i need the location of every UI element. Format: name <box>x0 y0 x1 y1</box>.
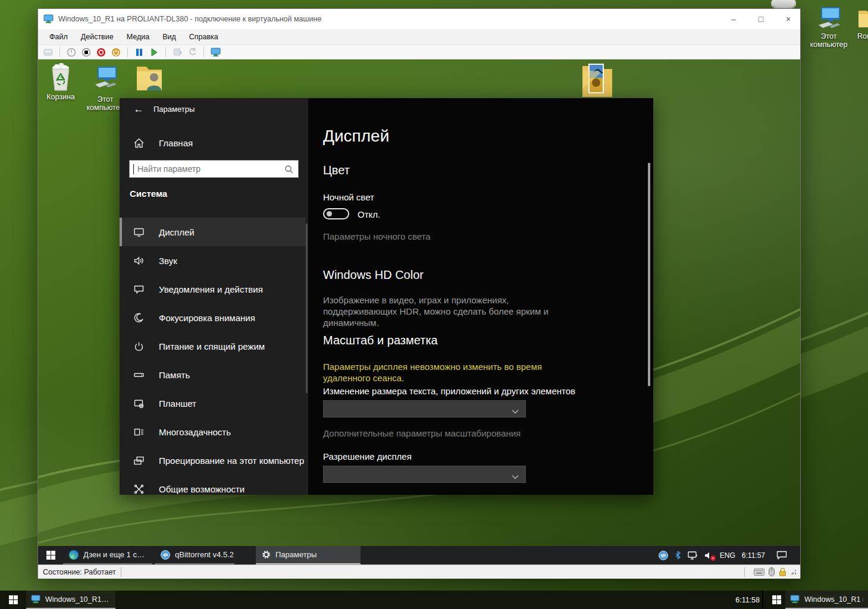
night-light-settings-link[interactable]: Параметры ночного света <box>323 231 431 241</box>
sidebar-item-label: Питание и спящий режим <box>159 341 265 351</box>
keyboard-capture-icon[interactable] <box>754 569 764 576</box>
vm-window-title: Windows_10_R1 на PROLIANT-DL380 - подклю… <box>58 15 321 23</box>
taskbar-button-label: Windows_10_R1 на P. <box>804 595 863 604</box>
sidebar-item-display[interactable]: Дисплей <box>120 218 306 246</box>
volume-muted-icon[interactable]: × <box>704 551 713 560</box>
recycle-bin-icon <box>47 63 74 93</box>
sidebar-item-projecting[interactable]: Проецирование на этот компьютер <box>120 446 306 475</box>
qbittorrent-tray-icon[interactable]: qb <box>659 551 668 560</box>
host-clock[interactable]: 6:11:58 <box>726 591 760 609</box>
sidebar-item-home[interactable]: Главная <box>120 133 308 153</box>
search-input[interactable] <box>134 164 284 174</box>
shut-down-vm-button[interactable] <box>111 47 121 58</box>
toolbar-separator <box>127 47 128 57</box>
windows-logo-icon <box>772 595 781 604</box>
taskbar-button-settings[interactable]: Параметры <box>256 546 361 564</box>
enhanced-session-button[interactable] <box>210 47 221 58</box>
language-indicator[interactable]: ENG <box>720 551 735 560</box>
network-icon[interactable] <box>688 551 698 560</box>
close-icon[interactable]: × <box>782 14 794 24</box>
menu-media[interactable]: Медиа <box>120 29 156 45</box>
resume-vm-button[interactable] <box>149 47 159 58</box>
desktop-icon-label: Ron <box>857 32 868 40</box>
sidebar-item-shared-experiences[interactable]: Общие возможности <box>120 475 306 495</box>
multitasking-icon <box>133 426 145 438</box>
desktop-icon-label: Корзина <box>45 93 76 101</box>
host-taskbar-button-vm-2[interactable]: Windows_10_R1 на P. <box>785 591 868 609</box>
vm-connect-icon <box>790 595 800 604</box>
windows-logo-icon <box>46 551 55 560</box>
night-light-state: Откл. <box>358 209 380 219</box>
page-title: Дисплей <box>323 127 389 146</box>
taskbar-button-label: Параметры <box>275 550 317 559</box>
windows-logo-icon <box>9 595 18 604</box>
menu-file[interactable]: Файл <box>43 29 74 45</box>
this-pc-icon <box>92 64 119 92</box>
taskbar-button-edge[interactable]: Дзен и еще 1 страни... <box>63 546 152 564</box>
vm-statusbar: Состояние: Работает <box>38 564 800 579</box>
sidebar-scrollbar[interactable] <box>306 224 308 393</box>
guest-desktop-icon-recycle-bin[interactable]: Корзина <box>45 63 76 101</box>
mouse-capture-icon[interactable] <box>769 567 775 576</box>
mute-badge: × <box>710 555 716 561</box>
vm-status-text: Состояние: Работает <box>43 568 116 576</box>
scale-dropdown[interactable] <box>323 400 526 417</box>
maximize-icon[interactable]: □ <box>755 14 767 24</box>
desktop-icon-label: Этот компьютер <box>802 32 856 49</box>
stop-vm-button[interactable] <box>81 47 92 58</box>
vm-connect-window: Windows_10_R1 на PROLIANT-DL380 - подклю… <box>37 8 801 578</box>
revert-button[interactable] <box>187 47 198 58</box>
tablet-icon <box>133 397 145 409</box>
sidebar-item-focus-assist[interactable]: Фокусировка внимания <box>120 303 306 332</box>
notifications-icon <box>133 283 145 295</box>
pictures-folder-icon <box>580 60 615 99</box>
sidebar-item-storage[interactable]: Память <box>120 360 306 389</box>
sidebar-item-power-sleep[interactable]: Питание и спящий режим <box>120 332 306 360</box>
night-light-toggle[interactable] <box>323 208 349 219</box>
hdr-section-heading: Windows HD Color <box>323 268 424 282</box>
sidebar-item-multitasking[interactable]: Многозадачность <box>120 417 306 446</box>
guest-start-button[interactable] <box>38 546 63 564</box>
host-start-button[interactable] <box>0 591 26 609</box>
settings-sidebar: ← Параметры Главная <box>120 98 308 495</box>
sidebar-item-notifications[interactable]: Уведомления и действия <box>120 275 306 303</box>
clock[interactable]: 6:11:57 <box>742 551 765 560</box>
sidebar-item-label: Главная <box>159 138 193 148</box>
guest-desktop-icon-pictures-folder[interactable] <box>580 60 615 102</box>
action-center-icon[interactable] <box>776 551 787 560</box>
checkpoint-button[interactable] <box>172 47 183 58</box>
scale-section-heading: Масштаб и разметка <box>323 334 438 347</box>
resolution-dropdown[interactable] <box>323 466 526 483</box>
vm-connect-icon <box>31 595 40 604</box>
settings-search-box[interactable] <box>129 160 299 178</box>
host-taskbar-button-vm[interactable]: Windows_10_R1 на P... <box>26 591 115 609</box>
settings-main-panel: Дисплей Цвет Ночной свет Откл. Параметры… <box>308 98 653 495</box>
main-scrollbar[interactable] <box>648 163 650 386</box>
display-icon <box>133 226 145 238</box>
advanced-scaling-link[interactable]: Дополнительные параметры масштабирования <box>323 428 521 438</box>
sidebar-item-tablet[interactable]: Планшет <box>120 389 306 417</box>
menu-help[interactable]: Справка <box>183 29 225 45</box>
guest-desktop-icon-this-pc[interactable] <box>90 64 120 92</box>
guest-desktop-icon-user-folder[interactable] <box>134 62 165 96</box>
sidebar-item-label: Общие возможности <box>159 484 245 494</box>
taskbar-button-qbittorrent[interactable]: qb qBittorrent v4.5.2 <box>155 546 234 564</box>
ctrl-alt-del-button[interactable] <box>43 47 54 58</box>
vm-titlebar[interactable]: Windows_10_R1 на PROLIANT-DL380 - подклю… <box>38 9 800 29</box>
resize-grip[interactable] <box>791 569 797 575</box>
host-desktop-icon-folder[interactable]: Ron <box>857 6 868 40</box>
pause-vm-button[interactable] <box>134 47 145 58</box>
minimize-icon[interactable]: – <box>728 14 739 24</box>
projecting-icon <box>133 454 145 466</box>
sidebar-item-sound[interactable]: Звук <box>120 246 306 275</box>
search-icon[interactable] <box>284 165 293 174</box>
this-pc-icon <box>815 5 842 32</box>
home-icon <box>133 137 145 149</box>
bluetooth-icon[interactable] <box>675 551 681 560</box>
start-vm-button[interactable] <box>66 47 77 58</box>
turn-off-vm-button[interactable] <box>96 47 106 58</box>
host-desktop-icon-this-pc[interactable]: Этот компьютер <box>802 5 856 49</box>
menu-action[interactable]: Действие <box>74 29 120 45</box>
back-arrow-icon[interactable]: ← <box>129 102 148 117</box>
menu-view[interactable]: Вид <box>156 29 183 45</box>
